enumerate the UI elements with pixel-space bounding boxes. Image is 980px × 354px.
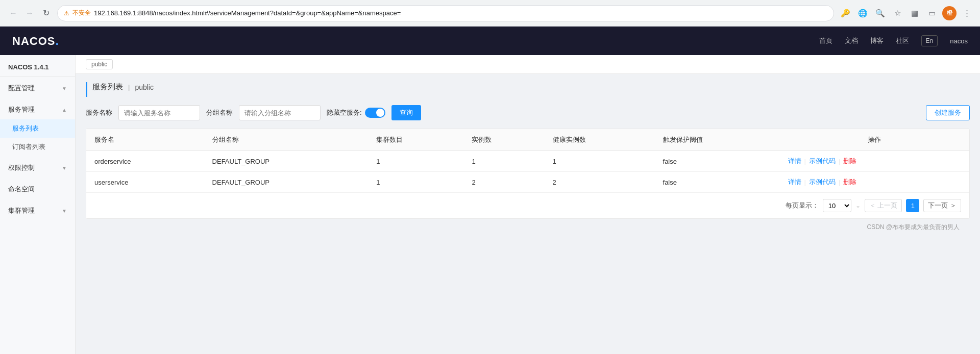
- sidebar-section-cluster: 集群管理 ▼: [0, 201, 75, 220]
- col-cluster-count: 集群数目: [368, 129, 463, 151]
- table-row: orderservice DEFAULT_GROUP 1 1 1 false 详…: [86, 151, 969, 172]
- extensions-icon[interactable]: ▦: [908, 6, 922, 20]
- sidebar-section-permissions: 权限控制 ▼: [0, 158, 75, 178]
- cell-group-name-1: DEFAULT_GROUP: [204, 172, 369, 193]
- hidden-service-toggle-container: 隐藏空服务:: [327, 108, 385, 118]
- page-subtitle: public: [135, 83, 154, 91]
- per-page-select[interactable]: 10 20 50 100: [823, 199, 851, 212]
- prev-page-button[interactable]: ＜ 上一页: [865, 199, 902, 212]
- col-service-name: 服务名: [86, 129, 204, 151]
- content-inner: 服务列表 | public 服务名称 分组名称 隐藏空服务: 查询 创建服务: [76, 74, 980, 244]
- service-name-label: 服务名称: [86, 108, 112, 117]
- nav-user: nacos: [950, 37, 968, 45]
- action-detail-0[interactable]: 详情: [788, 157, 801, 166]
- table-body: orderservice DEFAULT_GROUP 1 1 1 false 详…: [86, 151, 969, 193]
- permissions-label: 权限控制: [8, 163, 35, 172]
- action-delete-1[interactable]: 删除: [843, 178, 856, 187]
- nav-community[interactable]: 社区: [896, 36, 909, 45]
- top-nav-right: 首页 文档 博客 社区 En nacos: [819, 35, 968, 46]
- password-icon[interactable]: 🔑: [838, 6, 852, 20]
- nav-docs[interactable]: 文档: [845, 36, 858, 45]
- nacos-logo: NACOS.: [12, 34, 59, 48]
- logo-text: NACOS.: [12, 34, 59, 48]
- action-sample-code-0[interactable]: 示例代码: [809, 157, 836, 166]
- nav-home[interactable]: 首页: [819, 36, 832, 45]
- translate-icon[interactable]: 🌐: [855, 6, 870, 20]
- cell-service-name-1: userservice: [86, 172, 204, 193]
- sidebar-item-namespace[interactable]: 命名空间: [0, 180, 75, 199]
- page-title: 服务列表: [92, 82, 123, 92]
- sidebar-section-service: 服务管理 ▲ 服务列表 订阅者列表: [0, 100, 75, 156]
- breadcrumb-bar: public: [76, 55, 980, 74]
- browser-actions: 🔑 🌐 🔍 ☆ ▦ ▭ 橙 ⋮: [838, 6, 974, 20]
- action-sep-1-0: |: [804, 158, 806, 165]
- next-page-button[interactable]: 下一页 ＞: [923, 199, 961, 212]
- cell-instance-count-0: 1: [463, 151, 544, 172]
- cell-cluster-count-1: 1: [368, 172, 463, 193]
- chevron-down-icon-3: ▼: [62, 208, 67, 214]
- forward-button[interactable]: →: [22, 6, 37, 20]
- cell-instance-count-1: 2: [463, 172, 544, 193]
- page-1-button[interactable]: 1: [906, 199, 919, 212]
- sidebar-item-cluster-management[interactable]: 集群管理 ▼: [0, 201, 75, 220]
- col-healthy-instance-count: 健康实例数: [545, 129, 655, 151]
- cell-group-name-0: DEFAULT_GROUP: [204, 151, 369, 172]
- cell-cluster-count-0: 1: [368, 151, 463, 172]
- per-page-label: 每页显示：: [786, 201, 819, 210]
- chevron-down-icon-2: ▼: [62, 165, 67, 171]
- action-sep-2-0: |: [839, 158, 840, 165]
- table-header-row: 服务名 分组名称 集群数目 实例数 健康实例数 触发保护阈值 操作: [86, 129, 969, 151]
- cell-actions-1: 详情 | 示例代码 | 删除: [780, 172, 969, 193]
- create-service-button[interactable]: 创建服务: [926, 105, 970, 120]
- cell-protect-threshold-1: false: [655, 172, 780, 193]
- chevron-up-icon: ▲: [62, 107, 67, 113]
- service-table: 服务名 分组名称 集群数目 实例数 健康实例数 触发保护阈值 操作 orders…: [86, 129, 969, 192]
- sidebar-section-namespace: 命名空间: [0, 180, 75, 199]
- sidebar-version: NACOS 1.4.1: [0, 55, 75, 77]
- table-row: userservice DEFAULT_GROUP 1 2 2 false 详情…: [86, 172, 969, 193]
- service-name-input[interactable]: [118, 105, 200, 120]
- nav-blog[interactable]: 博客: [870, 36, 884, 45]
- user-avatar[interactable]: 橙: [942, 6, 957, 20]
- group-name-label: 分组名称: [206, 108, 233, 117]
- reload-button[interactable]: ↻: [39, 6, 53, 20]
- chevron-select-icon: ⌄: [855, 202, 861, 209]
- address-bar[interactable]: ⚠ 不安全 192.168.169.1:8848/nacos/index.htm…: [57, 5, 834, 21]
- action-detail-1[interactable]: 详情: [788, 178, 801, 187]
- group-name-input[interactable]: [239, 105, 321, 120]
- sidebar-item-service-list[interactable]: 服务列表: [0, 119, 75, 138]
- browser-nav-buttons: ← → ↻: [6, 6, 53, 20]
- chevron-down-icon: ▼: [62, 86, 67, 91]
- query-button[interactable]: 查询: [391, 105, 421, 120]
- warning-icon: ⚠: [64, 10, 69, 17]
- lang-button[interactable]: En: [921, 35, 938, 46]
- content-area: public 服务列表 | public 服务名称 分组名称 隐藏空服务: 查询: [76, 55, 980, 354]
- filter-bar: 服务名称 分组名称 隐藏空服务: 查询 创建服务: [86, 105, 970, 120]
- hidden-service-label: 隐藏空服务:: [327, 108, 362, 117]
- action-delete-0[interactable]: 删除: [843, 157, 856, 166]
- tab-icon[interactable]: ▭: [925, 6, 939, 20]
- action-sample-code-1[interactable]: 示例代码: [809, 178, 836, 187]
- insecure-label: 不安全: [72, 9, 91, 17]
- bookmark-icon[interactable]: ☆: [890, 6, 904, 20]
- config-management-label: 配置管理: [8, 84, 35, 93]
- col-instance-count: 实例数: [463, 129, 544, 151]
- sidebar-item-config-management[interactable]: 配置管理 ▼: [0, 79, 75, 98]
- cell-service-name-0: orderservice: [86, 151, 204, 172]
- page-header: 服务列表 | public: [86, 82, 970, 97]
- breadcrumb: public: [86, 59, 113, 69]
- sidebar-item-service-management[interactable]: 服务管理 ▲: [0, 100, 75, 119]
- hidden-service-toggle[interactable]: [365, 108, 385, 118]
- back-button[interactable]: ←: [6, 6, 20, 20]
- sidebar-item-subscriber-list[interactable]: 订阅者列表: [0, 138, 75, 156]
- action-sep-2-1: |: [839, 179, 840, 186]
- namespace-label: 命名空间: [8, 185, 35, 194]
- col-group-name: 分组名称: [204, 129, 369, 151]
- sidebar-section-config: 配置管理 ▼: [0, 79, 75, 98]
- search-icon[interactable]: 🔍: [873, 6, 887, 20]
- sidebar-item-permissions[interactable]: 权限控制 ▼: [0, 158, 75, 178]
- menu-icon[interactable]: ⋮: [960, 6, 974, 20]
- cell-actions-0: 详情 | 示例代码 | 删除: [780, 151, 969, 172]
- service-management-label: 服务管理: [8, 105, 35, 114]
- main-layout: NACOS 1.4.1 配置管理 ▼ 服务管理 ▲ 服务列表 订阅者列表 权限控…: [0, 55, 980, 354]
